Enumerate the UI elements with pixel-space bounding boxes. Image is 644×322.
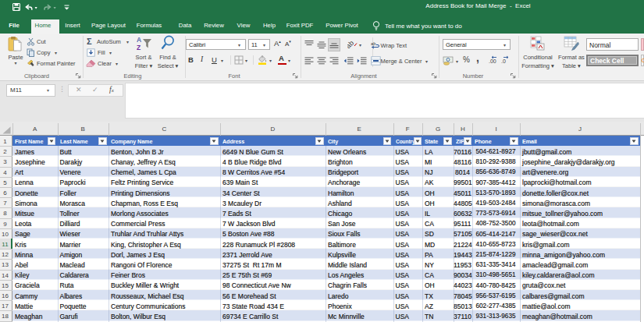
svg-text:.00: .00: [489, 58, 496, 64]
svg-text:Z: Z: [137, 44, 141, 51]
svg-text:ab: ab: [371, 41, 376, 46]
svg-text:A: A: [137, 36, 141, 44]
svg-text:.0: .0: [501, 58, 506, 64]
svg-text:ab: ab: [347, 39, 355, 49]
